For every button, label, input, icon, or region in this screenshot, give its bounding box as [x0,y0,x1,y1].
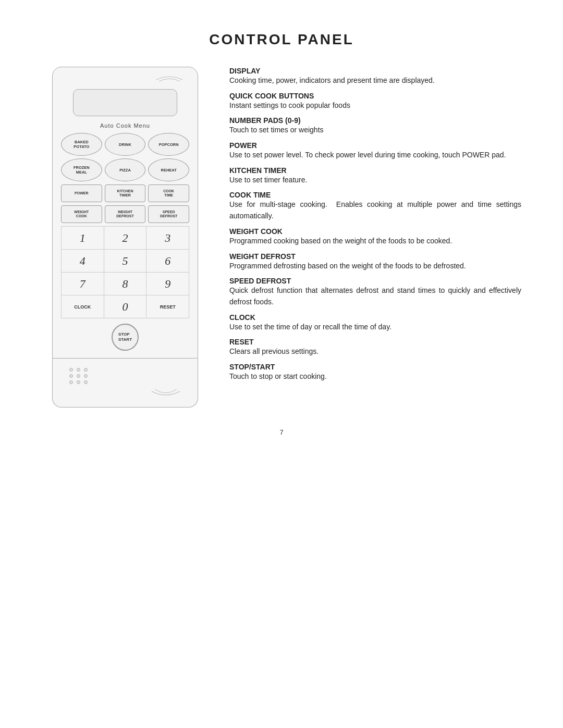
dot [84,368,88,372]
numkey-3[interactable]: 3 [146,227,189,250]
desc-clock: CLOCK Use to set the time of day or reca… [229,313,521,333]
display-screen [73,89,177,116]
dot [84,374,88,378]
desc-speed-defrost-text: Quick defrost function that alternates d… [229,285,521,307]
panel-bottom [52,359,198,408]
desc-weight-cook-text: Programmed cooking based on the weight o… [229,236,521,247]
numkey-6[interactable]: 6 [146,250,189,273]
dot [77,380,80,384]
page: CONTROL PANEL Auto Cook M [0,0,563,728]
desc-stop-start-label: STOP/START [229,363,521,371]
desc-weight-defrost: WEIGHT DEFROST Programmed defrosting bas… [229,252,521,272]
desc-kitchen-timer-label: KITCHEN TIMER [229,166,521,175]
desc-kitchen-timer: KITCHEN TIMER Use to set timer feature. [229,166,521,186]
dot [69,380,73,384]
descriptions: DISPLAY Cooking time, power, indicators … [229,67,521,388]
desc-number-pads: NUMBER PADS (0-9) Touch to set times or … [229,116,521,136]
panel-top: Auto Cook Menu BAKEDPOTATO DRINK POPCORN… [52,67,198,359]
numkey-7[interactable]: 7 [62,273,104,295]
numkey-2[interactable]: 2 [104,227,147,250]
desc-speed-defrost: SPEED DEFROST Quick defrost function tha… [229,277,521,307]
desc-reset-label: RESET [229,338,521,346]
page-title: CONTROL PANEL [42,31,521,48]
numkey-1[interactable]: 1 [62,227,104,250]
desc-weight-defrost-label: WEIGHT DEFROST [229,252,521,261]
numkey-8[interactable]: 8 [104,273,147,295]
fbtn-kitchen-timer[interactable]: KITCHENTIMER [105,184,146,202]
dot [77,368,80,372]
desc-speed-defrost-label: SPEED DEFROST [229,277,521,285]
number-pad: 1 2 3 4 5 6 7 8 9 CLOCK 0 RESET [61,226,189,318]
func-buttons-row1: POWER KITCHENTIMER COOKTIME [61,184,189,202]
qbtn-popcorn[interactable]: POPCORN [148,133,189,156]
panel-decor-top [61,72,189,82]
fbtn-cook-time[interactable]: COOKTIME [148,184,189,202]
qbtn-baked-potato[interactable]: BAKEDPOTATO [61,133,102,156]
page-number: 7 [42,428,521,436]
qbtn-reheat[interactable]: REHEAT [148,158,189,181]
numkey-4[interactable]: 4 [62,250,104,273]
func-buttons-row2: WEIGHTCOOK WEIGHTDEFROST SPEEDDEFROST [61,205,189,223]
dot [69,374,73,378]
desc-weight-cook-label: WEIGHT COOK [229,227,521,236]
dots-row-3 [69,380,88,384]
desc-cook-time-text: Use for multi-stage cooking. Enables coo… [229,199,521,221]
desc-kitchen-timer-text: Use to set timer feature. [229,175,521,186]
content-row: Auto Cook Menu BAKEDPOTATO DRINK POPCORN… [42,67,521,408]
qbtn-pizza[interactable]: PIZZA [105,158,146,181]
desc-weight-cook: WEIGHT COOK Programmed cooking based on … [229,227,521,247]
desc-quick-cook-text: Instant settings to cook popular foods [229,100,521,112]
desc-power-text: Use to set power level. To check power l… [229,150,521,161]
desc-reset: RESET Clears all previous settings. [229,338,521,357]
desc-clock-text: Use to set the time of day or recall the… [229,322,521,333]
numkey-reset[interactable]: RESET [146,295,189,318]
numkey-0[interactable]: 0 [104,295,147,318]
desc-reset-text: Clears all previous settings. [229,346,521,357]
desc-weight-defrost-text: Programmed defrosting based on the weigh… [229,261,521,272]
panel-wrapper: Auto Cook Menu BAKEDPOTATO DRINK POPCORN… [52,67,198,408]
desc-number-pads-text: Touch to set times or weights [229,125,521,136]
dots-row-2 [69,374,88,378]
desc-quick-cook-label: QUICK COOK BUTTONS [229,92,521,100]
numkey-clock[interactable]: CLOCK [62,295,104,318]
dot [77,374,80,378]
dot [84,380,88,384]
panel-decor-bottom [61,388,189,400]
numkey-5[interactable]: 5 [104,250,147,273]
desc-display-text: Cooking time, power, indicators and pres… [229,75,521,87]
fbtn-power[interactable]: POWER [61,184,102,202]
desc-stop-start-text: Touch to stop or start cooking. [229,371,521,382]
quick-cook-grid: BAKEDPOTATO DRINK POPCORN FROZENMEAL PIZ… [61,133,189,181]
fbtn-speed-defrost[interactable]: SPEEDDEFROST [148,205,189,223]
panel-diagram: Auto Cook Menu BAKEDPOTATO DRINK POPCORN… [42,67,209,408]
stop-start-button[interactable]: STOPSTART [112,324,139,351]
numkey-9[interactable]: 9 [146,273,189,295]
desc-clock-label: CLOCK [229,313,521,322]
auto-cook-label: Auto Cook Menu [100,122,150,129]
desc-power-label: POWER [229,141,521,150]
desc-cook-time-label: COOK TIME [229,191,521,199]
desc-display-label: DISPLAY [229,67,521,75]
desc-stop-start: STOP/START Touch to stop or start cookin… [229,363,521,382]
desc-cook-time: COOK TIME Use for multi-stage cooking. E… [229,191,521,221]
desc-display: DISPLAY Cooking time, power, indicators … [229,67,521,87]
fbtn-weight-defrost[interactable]: WEIGHTDEFROST [105,205,146,223]
qbtn-drink[interactable]: DRINK [105,133,146,156]
dot [69,368,73,372]
fbtn-weight-cook[interactable]: WEIGHTCOOK [61,205,102,223]
qbtn-frozen-meal[interactable]: FROZENMEAL [61,158,102,181]
desc-number-pads-label: NUMBER PADS (0-9) [229,116,521,125]
desc-quick-cook: QUICK COOK BUTTONS Instant settings to c… [229,92,521,112]
desc-power: POWER Use to set power level. To check p… [229,141,521,161]
dots-row-1 [69,368,88,372]
